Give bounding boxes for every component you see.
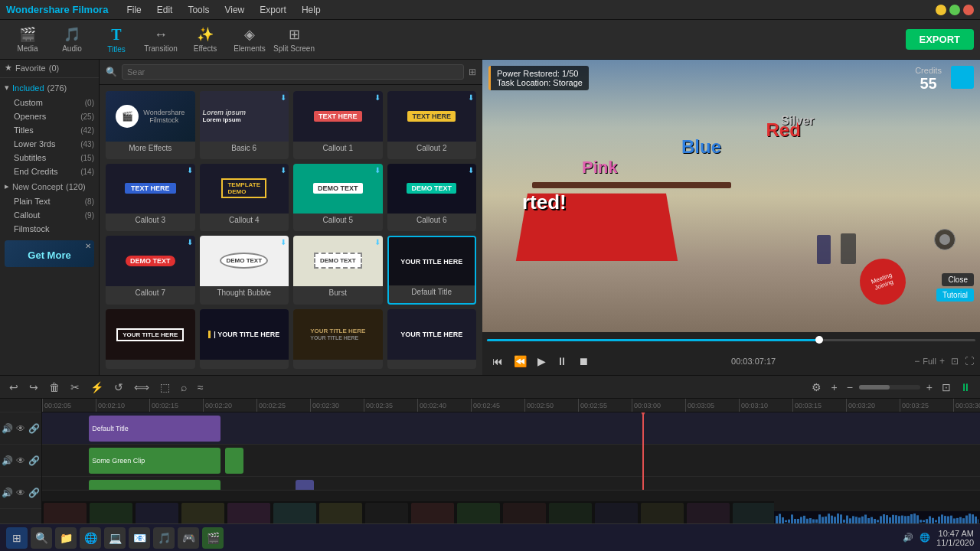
play-button[interactable]: ▶ xyxy=(534,353,550,370)
crop-button[interactable]: ⬚ xyxy=(157,380,173,395)
grid-item-callout7[interactable]: DEMO TEXT ⬇ Callout 7 xyxy=(106,236,195,305)
tool-transition[interactable]: ↔ Transition xyxy=(139,23,182,57)
rotate-button[interactable]: ↺ xyxy=(111,380,126,395)
export-button[interactable]: EXPORT xyxy=(906,29,974,50)
tool-audio[interactable]: 🎵 Audio xyxy=(51,23,93,57)
taskbar-search[interactable]: 🔍 xyxy=(31,527,52,549)
zoom-out-timeline[interactable]: − xyxy=(844,380,856,395)
sidebar-lower3rds[interactable]: Lower 3rds(43) xyxy=(0,137,99,151)
track-clip-default-title[interactable]: Default Title xyxy=(89,416,220,442)
grid-item-r4c2[interactable]: | YOUR TITLE HERE xyxy=(200,309,289,369)
taskbar-music[interactable]: 🎵 xyxy=(153,527,175,549)
track-eye-icon[interactable]: 👁 xyxy=(16,423,25,434)
grid-options-icon[interactable]: ⊞ xyxy=(469,67,476,77)
taskbar-filmora[interactable]: 🎬 xyxy=(202,527,224,549)
grid-item-callout2[interactable]: TEXT HERE ⬇ Callout 2 xyxy=(387,91,477,159)
delete-button[interactable]: 🗑 xyxy=(46,380,63,395)
undo-button[interactable]: ↩ xyxy=(6,380,21,395)
track-clip-green1[interactable]: Some Green Clip xyxy=(89,448,220,474)
grid-item-callout1[interactable]: TEXT HERE ⬇ Callout 1 xyxy=(293,91,383,159)
close-button[interactable] xyxy=(963,5,974,15)
grid-item-burst[interactable]: DEMO TEXT ⬇ Burst xyxy=(293,236,383,305)
sidebar-openers[interactable]: Openers(25) xyxy=(0,109,99,123)
timeline-zoom-slider[interactable] xyxy=(859,385,920,390)
grid-item-default-title[interactable]: YOUR TITLE HERE Default Title xyxy=(387,236,477,305)
search-input[interactable] xyxy=(122,64,464,80)
tray-volume-icon[interactable]: 🔊 xyxy=(903,533,913,543)
menu-view[interactable]: View xyxy=(221,3,247,17)
close-banner-icon[interactable]: ✕ xyxy=(85,242,91,250)
track-eye2-icon[interactable]: 👁 xyxy=(16,455,25,466)
sidebar-titles[interactable]: Titles(42) xyxy=(0,123,99,137)
grid-item-r4c4[interactable]: YOUR TITLE HERE xyxy=(387,309,477,369)
taskbar-browser[interactable]: 🌐 xyxy=(80,527,101,549)
grid-item-more-effects[interactable]: 🎬 WondershareFilmstock More Effects xyxy=(106,91,195,159)
taskbar-mail[interactable]: 📧 xyxy=(129,527,150,549)
minimize-button[interactable] xyxy=(936,5,946,15)
menu-edit[interactable]: Edit xyxy=(154,3,176,17)
tray-network-icon[interactable]: 🌐 xyxy=(920,533,930,543)
tool-effects[interactable]: ✨ Effects xyxy=(184,23,227,57)
pause-tl-button[interactable]: ⏸ xyxy=(957,380,974,395)
taskbar-start-button[interactable]: ⊞ xyxy=(6,527,28,549)
fullscreen-icon[interactable]: ⛶ xyxy=(965,356,974,367)
menu-file[interactable]: File xyxy=(123,3,144,17)
menu-help[interactable]: Help xyxy=(299,3,324,17)
track-clip-green2[interactable] xyxy=(225,448,244,474)
track-lock3-icon[interactable]: 🔊 xyxy=(2,487,13,498)
grid-item-callout6[interactable]: DEMO TEXT ⬇ Callout 6 xyxy=(387,164,477,232)
track-clip-green3[interactable]: Green Clip 2 xyxy=(89,480,220,490)
sidebar-subtitles[interactable]: Subtitles(15) xyxy=(0,151,99,165)
taskbar-game[interactable]: 🎮 xyxy=(178,527,199,549)
sidebar-favorite[interactable]: ★ Favorite (0) xyxy=(0,60,99,76)
sidebar-endcredits[interactable]: End Credits(14) xyxy=(0,165,99,178)
sidebar-newconcept[interactable]: ▸ New Concept (120) xyxy=(0,178,99,194)
speed-button[interactable]: ≈ xyxy=(194,380,207,395)
zoom-in-timeline[interactable]: + xyxy=(923,380,936,395)
sidebar-included-header[interactable]: ▾ Included (276) xyxy=(0,80,99,96)
grid-item-basic6[interactable]: Lorem ipsum Lorem ipsum ⬇ Basic 6 xyxy=(200,91,289,159)
sidebar-filmstock[interactable]: Filmstock xyxy=(0,222,99,236)
sidebar-callout[interactable]: Callout(9) xyxy=(0,208,99,222)
tool-split-screen[interactable]: ⊞ Split Screen xyxy=(273,23,315,57)
go-start-button[interactable]: ⏮ xyxy=(488,353,507,370)
zoom-in-icon[interactable]: + xyxy=(939,356,945,367)
tool-elements[interactable]: ◈ Elements xyxy=(228,23,271,57)
menu-tools[interactable]: Tools xyxy=(185,3,212,17)
cut-button[interactable]: ✂ xyxy=(67,380,83,395)
taskbar-file-explorer[interactable]: 📁 xyxy=(55,527,77,549)
fit-icon[interactable]: ⊡ xyxy=(951,356,959,367)
mirror-button[interactable]: ⟺ xyxy=(131,380,152,395)
fit-timeline[interactable]: ⊡ xyxy=(939,380,954,395)
timeline-settings-button[interactable]: ⚙ xyxy=(808,380,825,395)
get-more-banner[interactable]: ✕ Get More xyxy=(5,240,94,267)
track-link3-icon[interactable]: 🔗 xyxy=(28,487,40,498)
prev-frame-button[interactable]: ⏪ xyxy=(510,353,531,370)
timeline-add-button[interactable]: + xyxy=(828,380,840,395)
track-clip-text[interactable]: T xyxy=(296,480,315,490)
tutorial-button[interactable]: Tutorial xyxy=(936,289,974,302)
preview-progress-bar[interactable] xyxy=(487,339,975,341)
sidebar-plaintext[interactable]: Plain Text(8) xyxy=(0,194,99,208)
close-overlay-button[interactable]: Close xyxy=(942,273,974,286)
zoom-button[interactable]: ⌕ xyxy=(178,380,190,395)
zoom-out-icon[interactable]: − xyxy=(914,356,920,367)
track-lock2-icon[interactable]: 🔊 xyxy=(2,455,13,466)
grid-item-callout3[interactable]: TEXT HERE ⬇ Callout 3 xyxy=(106,164,195,232)
stop-button[interactable]: ⏹ xyxy=(574,353,593,370)
redo-button[interactable]: ↪ xyxy=(26,380,41,395)
grid-item-r4c1[interactable]: YOUR TITLE HERE xyxy=(106,309,195,369)
track-eye3-icon[interactable]: 👁 xyxy=(16,487,25,498)
tool-titles[interactable]: T Titles xyxy=(95,23,138,57)
grid-item-thought-bubble[interactable]: DEMO TEXT ⬇ Thought Bubble xyxy=(200,236,289,305)
pause-button[interactable]: ⏸ xyxy=(553,353,571,370)
grid-item-callout5[interactable]: DEMO TEXT ⬇ Callout 5 xyxy=(293,164,383,232)
maximize-button[interactable] xyxy=(949,5,960,15)
menu-export[interactable]: Export xyxy=(256,3,289,17)
taskbar-pc[interactable]: 💻 xyxy=(104,527,126,549)
grid-item-callout4[interactable]: TEMPLATEDEMO ⬇ Callout 4 xyxy=(200,164,289,232)
grid-item-r4c3[interactable]: YOUR TITLE HEREYOUR TITLE HERE xyxy=(293,309,383,369)
track-link-icon[interactable]: 🔗 xyxy=(28,423,40,434)
sidebar-custom[interactable]: Custom(0) xyxy=(0,96,99,109)
split-button[interactable]: ⚡ xyxy=(87,380,106,395)
